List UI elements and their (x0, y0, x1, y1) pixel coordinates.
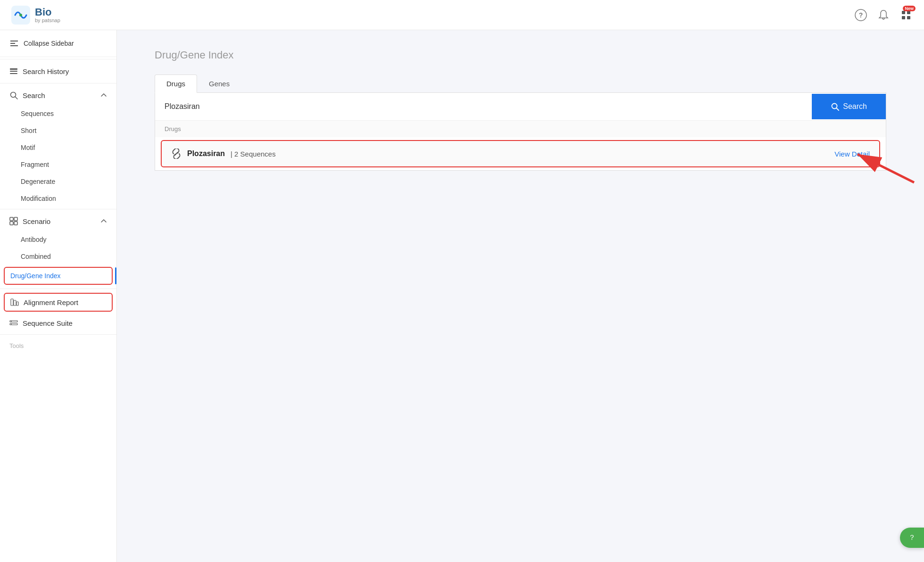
search-button-label: Search (843, 102, 867, 111)
sidebar-item-modification[interactable]: Modification (0, 190, 116, 207)
view-detail-link[interactable]: View Detail (834, 150, 870, 158)
modification-label: Modification (21, 195, 56, 202)
new-badge: New (903, 6, 916, 11)
svg-rect-16 (10, 217, 13, 221)
sidebar-item-short[interactable]: Short (0, 122, 116, 139)
search-group-header[interactable]: Search (0, 85, 116, 105)
results-dropdown: Drugs Plozasiran | 2 Sequences (155, 120, 886, 167)
sidebar: Collapse Sidebar Search History Search (0, 30, 117, 562)
svg-rect-8 (10, 41, 18, 41)
motif-label: Motif (21, 144, 35, 151)
scenario-group-icon (9, 217, 18, 225)
notification-area[interactable] (877, 8, 890, 22)
fragment-label: Fragment (21, 161, 49, 168)
degenerate-label: Degenerate (21, 178, 55, 185)
alignment-report-icon (10, 298, 19, 306)
svg-line-15 (15, 97, 17, 99)
help-fab[interactable]: ？ (900, 528, 924, 548)
result-item-plozasiran[interactable]: Plozasiran | 2 Sequences View Detail (161, 140, 880, 167)
page-title: Drug/Gene Index (155, 49, 886, 61)
tabs-container: Drugs Genes (155, 74, 886, 93)
svg-rect-21 (14, 300, 16, 306)
divider-3 (0, 209, 116, 209)
divider-4 (0, 289, 116, 289)
sequences-label: Sequences (21, 110, 54, 117)
sequence-suite-icon (9, 319, 18, 327)
svg-rect-22 (16, 302, 18, 306)
svg-rect-9 (10, 43, 15, 44)
svg-rect-7 (907, 16, 910, 19)
tab-genes-label: Genes (209, 80, 230, 88)
search-group-icon (9, 91, 18, 99)
logo-icon (11, 6, 30, 25)
svg-rect-10 (10, 45, 18, 46)
tools-label: Tools (0, 337, 116, 355)
logo: Bio by patsnap (11, 6, 60, 25)
logo-text: Bio by patsnap (35, 7, 60, 23)
svg-rect-13 (10, 73, 17, 74)
sidebar-item-search-history[interactable]: Search History (0, 61, 116, 81)
bell-icon[interactable] (877, 8, 890, 22)
active-indicator (115, 267, 116, 284)
search-history-label: Search History (23, 67, 69, 75)
collapse-sidebar-label: Collapse Sidebar (24, 40, 74, 47)
collapse-sidebar-button[interactable]: Collapse Sidebar (0, 30, 116, 57)
sidebar-item-drug-gene-index[interactable]: Drug/Gene Index (4, 267, 113, 285)
sidebar-item-degenerate[interactable]: Degenerate (0, 173, 116, 190)
help-fab-icon: ？ (908, 533, 916, 542)
logo-bio-text: Bio (35, 7, 60, 17)
sidebar-item-alignment-report[interactable]: Alignment Report (4, 293, 113, 312)
scenario-group-label: Scenario (23, 217, 50, 225)
drug-gene-index-row: Drug/Gene Index (0, 265, 116, 287)
chevron-up-icon-2 (100, 218, 107, 224)
svg-rect-11 (10, 68, 17, 70)
divider-2 (0, 83, 116, 83)
help-icon[interactable]: ? (854, 8, 867, 22)
collapse-icon (9, 39, 19, 48)
svg-rect-4 (902, 11, 905, 14)
sidebar-item-combined[interactable]: Combined (0, 248, 116, 265)
tab-genes[interactable]: Genes (197, 74, 241, 92)
search-button[interactable]: Search (812, 94, 886, 119)
drug-link-icon (171, 149, 182, 159)
combined-label: Combined (21, 253, 51, 260)
search-btn-icon (831, 102, 839, 111)
header-actions: ? New (854, 8, 913, 22)
svg-point-1 (19, 14, 22, 17)
sidebar-item-fragment[interactable]: Fragment (0, 156, 116, 173)
search-panel: Search Drugs Plozasiran (155, 93, 886, 171)
drug-gene-index-label: Drug/Gene Index (10, 272, 61, 280)
app-body: Collapse Sidebar Search History Search (0, 30, 924, 562)
short-label: Short (21, 127, 36, 134)
app-header: Bio by patsnap ? (0, 0, 924, 30)
svg-line-28 (836, 108, 839, 110)
svg-rect-20 (11, 299, 13, 306)
tab-drugs[interactable]: Drugs (155, 74, 197, 93)
search-input[interactable] (155, 93, 812, 120)
results-section-label: Drugs (155, 121, 886, 137)
svg-rect-17 (14, 217, 17, 221)
grid-menu-area[interactable]: New (899, 8, 913, 22)
result-item-container: Plozasiran | 2 Sequences View Detail (155, 140, 886, 167)
divider-5 (0, 334, 116, 335)
main-content: Drug/Gene Index Drugs Genes Search (117, 30, 924, 562)
sequence-suite-label: Sequence Suite (23, 319, 73, 327)
sidebar-item-antibody[interactable]: Antibody (0, 231, 116, 248)
divider (0, 59, 116, 59)
antibody-label: Antibody (21, 236, 46, 243)
drug-name: Plozasiran (187, 149, 225, 158)
sidebar-item-motif[interactable]: Motif (0, 139, 116, 156)
svg-rect-18 (10, 222, 13, 225)
scenario-group-header[interactable]: Scenario (0, 211, 116, 231)
search-row: Search (155, 93, 886, 120)
sidebar-item-sequence-suite[interactable]: Sequence Suite (0, 314, 116, 332)
history-icon (9, 67, 18, 75)
sequences-count: | 2 Sequences (231, 150, 276, 158)
sidebar-item-sequences[interactable]: Sequences (0, 105, 116, 122)
search-group-label: Search (23, 91, 45, 99)
logo-subtitle: by patsnap (35, 17, 60, 23)
svg-rect-12 (10, 71, 17, 72)
svg-rect-19 (14, 222, 17, 225)
alignment-report-label: Alignment Report (24, 298, 78, 306)
svg-rect-5 (907, 11, 910, 14)
